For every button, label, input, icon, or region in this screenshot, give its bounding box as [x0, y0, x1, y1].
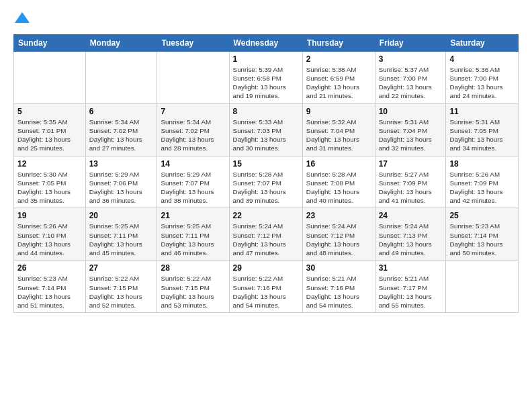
day-info: Sunrise: 5:24 AM Sunset: 7:12 PM Dayligh…	[306, 222, 371, 257]
day-info: Sunrise: 5:37 AM Sunset: 7:00 PM Dayligh…	[379, 65, 443, 101]
day-info: Sunrise: 5:34 AM Sunset: 7:02 PM Dayligh…	[89, 118, 154, 153]
day-info: Sunrise: 5:22 AM Sunset: 7:15 PM Dayligh…	[161, 274, 225, 310]
day-number: 8	[233, 107, 299, 116]
weekday-header-tuesday: Tuesday	[157, 34, 229, 51]
calendar-cell: 31Sunrise: 5:21 AM Sunset: 7:17 PM Dayli…	[375, 261, 446, 313]
day-number: 1	[233, 54, 299, 64]
calendar-cell: 30Sunrise: 5:21 AM Sunset: 7:16 PM Dayli…	[302, 261, 375, 313]
day-info: Sunrise: 5:38 AM Sunset: 6:59 PM Dayligh…	[306, 65, 371, 101]
weekday-header-wednesday: Wednesday	[229, 34, 302, 51]
day-number: 17	[379, 159, 443, 169]
day-info: Sunrise: 5:26 AM Sunset: 7:10 PM Dayligh…	[17, 222, 82, 257]
calendar-cell: 14Sunrise: 5:29 AM Sunset: 7:07 PM Dayli…	[157, 156, 229, 208]
calendar-cell: 24Sunrise: 5:24 AM Sunset: 7:13 PM Dayli…	[375, 208, 446, 261]
calendar-cell: 20Sunrise: 5:25 AM Sunset: 7:11 PM Dayli…	[85, 208, 157, 261]
day-number: 22	[233, 211, 299, 220]
logo-text	[13, 11, 30, 29]
day-number: 26	[17, 263, 82, 273]
calendar-cell: 18Sunrise: 5:26 AM Sunset: 7:09 PM Dayli…	[446, 156, 519, 208]
day-info: Sunrise: 5:29 AM Sunset: 7:07 PM Dayligh…	[161, 170, 225, 205]
weekday-header-sunday: Sunday	[14, 34, 86, 51]
calendar-cell: 10Sunrise: 5:31 AM Sunset: 7:04 PM Dayli…	[375, 103, 446, 156]
calendar-cell	[157, 51, 229, 103]
day-info: Sunrise: 5:31 AM Sunset: 7:05 PM Dayligh…	[449, 118, 515, 153]
day-info: Sunrise: 5:33 AM Sunset: 7:03 PM Dayligh…	[233, 118, 299, 153]
day-number: 20	[89, 211, 154, 220]
calendar-cell: 1Sunrise: 5:39 AM Sunset: 6:58 PM Daylig…	[229, 51, 302, 103]
weekday-header-monday: Monday	[85, 34, 157, 51]
calendar-cell: 12Sunrise: 5:30 AM Sunset: 7:05 PM Dayli…	[14, 156, 86, 208]
day-info: Sunrise: 5:31 AM Sunset: 7:04 PM Dayligh…	[379, 118, 443, 153]
calendar: SundayMondayTuesdayWednesdayThursdayFrid…	[13, 34, 519, 313]
calendar-cell: 17Sunrise: 5:27 AM Sunset: 7:09 PM Dayli…	[375, 156, 446, 208]
calendar-cell: 2Sunrise: 5:38 AM Sunset: 6:59 PM Daylig…	[302, 51, 375, 103]
day-number: 14	[161, 159, 225, 169]
day-info: Sunrise: 5:25 AM Sunset: 7:11 PM Dayligh…	[161, 222, 225, 257]
calendar-cell: 27Sunrise: 5:22 AM Sunset: 7:15 PM Dayli…	[85, 261, 157, 313]
page: SundayMondayTuesdayWednesdayThursdayFrid…	[0, 0, 532, 411]
calendar-cell: 23Sunrise: 5:24 AM Sunset: 7:12 PM Dayli…	[302, 208, 375, 261]
day-info: Sunrise: 5:34 AM Sunset: 7:02 PM Dayligh…	[161, 118, 225, 153]
day-number: 15	[233, 159, 299, 169]
calendar-cell: 29Sunrise: 5:22 AM Sunset: 7:16 PM Dayli…	[229, 261, 302, 313]
day-number: 7	[161, 107, 225, 116]
calendar-cell: 26Sunrise: 5:23 AM Sunset: 7:14 PM Dayli…	[14, 261, 86, 313]
logo	[13, 11, 30, 29]
day-info: Sunrise: 5:22 AM Sunset: 7:16 PM Dayligh…	[233, 274, 299, 310]
day-info: Sunrise: 5:39 AM Sunset: 6:58 PM Dayligh…	[233, 65, 299, 101]
day-number: 21	[161, 211, 225, 220]
day-number: 13	[89, 159, 154, 169]
calendar-cell: 8Sunrise: 5:33 AM Sunset: 7:03 PM Daylig…	[229, 103, 302, 156]
calendar-cell: 9Sunrise: 5:32 AM Sunset: 7:04 PM Daylig…	[302, 103, 375, 156]
day-number: 19	[17, 211, 82, 220]
day-number: 28	[161, 263, 225, 273]
calendar-cell: 5Sunrise: 5:35 AM Sunset: 7:01 PM Daylig…	[14, 103, 86, 156]
calendar-cell: 7Sunrise: 5:34 AM Sunset: 7:02 PM Daylig…	[157, 103, 229, 156]
calendar-cell: 11Sunrise: 5:31 AM Sunset: 7:05 PM Dayli…	[446, 103, 519, 156]
day-number: 18	[449, 159, 515, 169]
calendar-cell	[85, 51, 157, 103]
day-number: 16	[306, 159, 371, 169]
day-number: 9	[306, 107, 371, 116]
calendar-cell: 28Sunrise: 5:22 AM Sunset: 7:15 PM Dayli…	[157, 261, 229, 313]
day-info: Sunrise: 5:23 AM Sunset: 7:14 PM Dayligh…	[17, 274, 82, 310]
calendar-cell	[14, 51, 86, 103]
day-info: Sunrise: 5:29 AM Sunset: 7:06 PM Dayligh…	[89, 170, 154, 205]
day-number: 29	[233, 263, 299, 273]
day-number: 30	[306, 263, 371, 273]
day-info: Sunrise: 5:27 AM Sunset: 7:09 PM Dayligh…	[379, 170, 443, 205]
day-number: 4	[449, 54, 515, 64]
day-info: Sunrise: 5:24 AM Sunset: 7:12 PM Dayligh…	[233, 222, 299, 257]
day-number: 11	[449, 107, 515, 116]
day-info: Sunrise: 5:21 AM Sunset: 7:16 PM Dayligh…	[306, 274, 371, 310]
day-info: Sunrise: 5:28 AM Sunset: 7:07 PM Dayligh…	[233, 170, 299, 205]
calendar-cell: 15Sunrise: 5:28 AM Sunset: 7:07 PM Dayli…	[229, 156, 302, 208]
day-info: Sunrise: 5:23 AM Sunset: 7:14 PM Dayligh…	[449, 222, 515, 257]
day-number: 24	[379, 211, 443, 220]
calendar-cell	[446, 261, 519, 313]
calendar-cell: 3Sunrise: 5:37 AM Sunset: 7:00 PM Daylig…	[375, 51, 446, 103]
weekday-header-friday: Friday	[375, 34, 446, 51]
day-info: Sunrise: 5:22 AM Sunset: 7:15 PM Dayligh…	[89, 274, 154, 310]
calendar-cell: 22Sunrise: 5:24 AM Sunset: 7:12 PM Dayli…	[229, 208, 302, 261]
calendar-cell: 25Sunrise: 5:23 AM Sunset: 7:14 PM Dayli…	[446, 208, 519, 261]
logo-icon	[15, 11, 30, 26]
day-info: Sunrise: 5:36 AM Sunset: 7:00 PM Dayligh…	[449, 65, 515, 101]
day-number: 23	[306, 211, 371, 220]
day-number: 12	[17, 159, 82, 169]
day-info: Sunrise: 5:35 AM Sunset: 7:01 PM Dayligh…	[17, 118, 82, 153]
header	[13, 11, 519, 29]
day-number: 25	[449, 211, 515, 220]
calendar-cell: 16Sunrise: 5:28 AM Sunset: 7:08 PM Dayli…	[302, 156, 375, 208]
day-number: 27	[89, 263, 154, 273]
day-info: Sunrise: 5:30 AM Sunset: 7:05 PM Dayligh…	[17, 170, 82, 205]
day-info: Sunrise: 5:26 AM Sunset: 7:09 PM Dayligh…	[449, 170, 515, 205]
day-info: Sunrise: 5:32 AM Sunset: 7:04 PM Dayligh…	[306, 118, 371, 153]
calendar-cell: 4Sunrise: 5:36 AM Sunset: 7:00 PM Daylig…	[446, 51, 519, 103]
day-number: 31	[379, 263, 443, 273]
day-number: 6	[89, 107, 154, 116]
day-number: 3	[379, 54, 443, 64]
calendar-cell: 6Sunrise: 5:34 AM Sunset: 7:02 PM Daylig…	[85, 103, 157, 156]
day-number: 10	[379, 107, 443, 116]
svg-marker-0	[15, 12, 30, 23]
